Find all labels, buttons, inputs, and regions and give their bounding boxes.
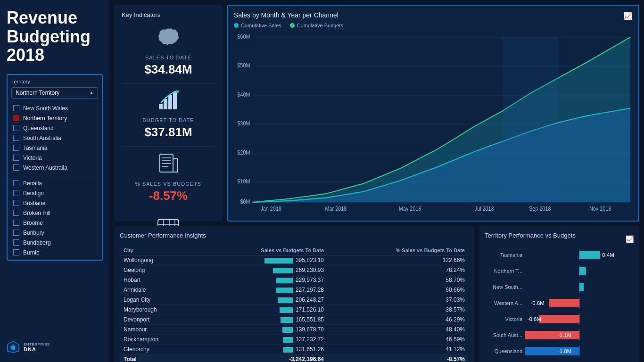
key-indicators-panel: Key Indicators SALES TO DATE $34.84M bbox=[114, 5, 223, 222]
australia-map-icon bbox=[155, 25, 182, 52]
list-item[interactable]: Burnie bbox=[11, 248, 98, 257]
checkbox-tas[interactable] bbox=[13, 145, 19, 151]
checkbox-qld[interactable] bbox=[13, 125, 19, 131]
list-item[interactable]: New South Wales bbox=[11, 104, 98, 113]
legend-cumulative-budgets: Cumulative Budgets bbox=[290, 23, 343, 28]
kpi-budget-to-date: BUDGET TO DATE $37.81M bbox=[122, 90, 215, 147]
svg-text:$60M: $60M bbox=[237, 34, 250, 40]
pct-value: 78.24% bbox=[328, 265, 469, 275]
territory-label-tasmania: Tasmania bbox=[485, 252, 522, 258]
list-item[interactable]: Broken Hill bbox=[11, 209, 98, 217]
table-row: Nambour 139,678.70 48.40% bbox=[120, 325, 469, 335]
pct-value: 122.66% bbox=[328, 255, 469, 265]
sales-value: 229,973.37 bbox=[198, 275, 328, 285]
city-name: Logan City bbox=[120, 295, 198, 305]
bar-geelong bbox=[273, 268, 293, 273]
city-name: Geelong bbox=[120, 265, 198, 275]
checkbox-bundaberg[interactable] bbox=[13, 239, 19, 246]
sales-value: 269,230.93 bbox=[198, 265, 328, 275]
logo-area: ENTERPRISE DNA bbox=[7, 337, 103, 354]
list-item[interactable]: Victoria bbox=[11, 154, 98, 162]
checkbox-nt[interactable] bbox=[13, 115, 19, 121]
sales-value: 139,678.70 bbox=[198, 325, 328, 335]
city-bunbury: Bunbury bbox=[23, 230, 44, 236]
main-content: Key Indicators SALES TO DATE $34.84M bbox=[109, 0, 644, 362]
checkbox-burnie[interactable] bbox=[13, 249, 19, 255]
territory-row-wa: Western A... -0.6M bbox=[485, 297, 634, 309]
city-name: Nambour bbox=[120, 325, 198, 335]
svg-rect-3 bbox=[159, 104, 163, 109]
city-name: Glenorchy bbox=[120, 345, 198, 354]
list-item[interactable]: Brisbane bbox=[11, 199, 98, 207]
col-city: City bbox=[120, 246, 198, 255]
list-item[interactable]: South Australia bbox=[11, 134, 98, 142]
table-row: Wollongong 395,823.10 122.66% bbox=[120, 255, 469, 265]
territory-row-nsw: New South... bbox=[485, 281, 634, 293]
svg-text:$40M: $40M bbox=[237, 91, 250, 98]
checkbox-nsw[interactable] bbox=[13, 105, 19, 111]
checkbox-sa[interactable] bbox=[13, 135, 19, 141]
bar-wollongong bbox=[264, 258, 293, 263]
territory-row-qld: Queensland -1.8M bbox=[485, 346, 634, 357]
territory-qld: Queensland bbox=[23, 125, 54, 132]
list-item[interactable]: Bundaberg bbox=[11, 239, 98, 247]
legend-dot-budgets bbox=[290, 23, 295, 28]
total-pct: -8.57% bbox=[328, 354, 469, 362]
svg-text:$30M: $30M bbox=[237, 121, 250, 127]
sidebar: RevenueBudgeting2018 Territory Northern … bbox=[0, 0, 109, 362]
list-item[interactable]: Benalla bbox=[11, 179, 98, 188]
chart-legend: Cumulative Sales Cumulative Budgets bbox=[234, 23, 633, 28]
logo-dna: DNA bbox=[24, 346, 50, 352]
list-item[interactable]: Tasmania bbox=[11, 144, 98, 152]
svg-text:-1.1M: -1.1M bbox=[558, 333, 571, 338]
bar-maryborough bbox=[280, 307, 293, 313]
bar-glenorchy bbox=[283, 347, 293, 353]
city-name: Rockhampton bbox=[120, 335, 198, 345]
checkbox-benalla[interactable] bbox=[13, 180, 19, 186]
table-row: Maryborough 171,526.10 38.57% bbox=[120, 305, 469, 315]
total-label: Total bbox=[120, 354, 198, 362]
list-item[interactable]: Queensland bbox=[11, 124, 98, 132]
sales-value: 171,526.10 bbox=[198, 305, 328, 315]
svg-text:$50M: $50M bbox=[237, 63, 250, 69]
checkbox-bendigo[interactable] bbox=[13, 190, 19, 196]
territory-row-tasmania: Tasmania 0.4M bbox=[485, 249, 634, 261]
pct-value: 46.29% bbox=[328, 315, 469, 325]
checkbox-brisbane[interactable] bbox=[13, 200, 19, 206]
checkbox-wa[interactable] bbox=[13, 165, 19, 171]
legend-dot-sales bbox=[234, 23, 239, 28]
territory-nt: Northern Territory bbox=[23, 115, 67, 122]
list-item[interactable]: Broome bbox=[11, 219, 98, 227]
list-item[interactable]: Bendigo bbox=[11, 189, 98, 197]
table-row: Devonport 165,551.85 46.29% bbox=[120, 315, 469, 325]
list-item[interactable]: Western Australia bbox=[11, 164, 98, 172]
sales-value: 165,551.85 bbox=[198, 315, 328, 325]
svg-text:May 2018: May 2018 bbox=[399, 206, 421, 212]
city-name: Maryborough bbox=[120, 305, 198, 315]
chart-expand-icon[interactable]: 📈 bbox=[623, 11, 633, 20]
sales-chart-svg-container: $60M $50M $40M $30M $20M $10M $0M bbox=[234, 32, 633, 215]
pct-value: 37.03% bbox=[328, 295, 469, 305]
city-bendigo: Bendigo bbox=[23, 190, 44, 197]
checkbox-vic[interactable] bbox=[13, 155, 19, 161]
svg-text:-0.8M: -0.8M bbox=[528, 317, 541, 322]
territory-list: New South Wales Northern Territory Queen… bbox=[11, 102, 98, 174]
bottom-row: Customer Performance Insights City Sales… bbox=[114, 226, 639, 362]
table-total-row: Total -3,242,196.64 -8.57% bbox=[120, 354, 469, 362]
territory-dropdown[interactable]: Northern Territory ▲ bbox=[11, 87, 98, 99]
svg-rect-4 bbox=[164, 99, 167, 109]
svg-rect-47 bbox=[579, 267, 586, 275]
customer-table-wrapper[interactable]: City Sales vs Budgets To Date % Sales vs… bbox=[120, 246, 469, 362]
list-item[interactable]: Northern Territory bbox=[11, 114, 98, 123]
sales-value: 137,232.72 bbox=[198, 335, 328, 345]
territory-sa: South Australia bbox=[23, 135, 61, 141]
svg-rect-5 bbox=[168, 95, 172, 109]
svg-text:0.4M: 0.4M bbox=[602, 253, 614, 258]
kpi-pct-sales-vs-budgets: % SALES VS BUDGETS -8.57% bbox=[122, 153, 215, 210]
top-row: Key Indicators SALES TO DATE $34.84M bbox=[114, 5, 639, 222]
checkbox-bunbury[interactable] bbox=[13, 230, 19, 236]
checkbox-broome[interactable] bbox=[13, 220, 19, 226]
checkbox-broken-hill[interactable] bbox=[13, 210, 19, 216]
territory-filter-panel: Territory Northern Territory ▲ New South… bbox=[7, 74, 103, 261]
list-item[interactable]: Bunbury bbox=[11, 229, 98, 237]
